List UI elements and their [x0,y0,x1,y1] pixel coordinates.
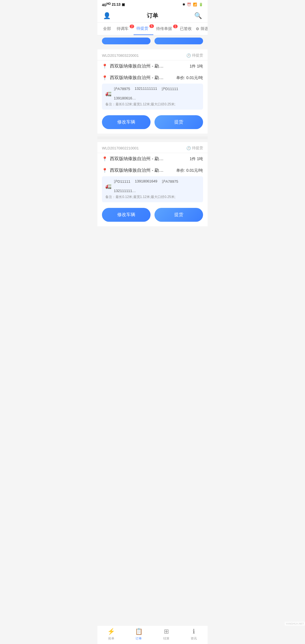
orders-icon: 📋 [135,628,143,635]
wifi-icon: 📶 [193,3,197,6]
nav-item-grab[interactable]: ⚡ 抢单 [97,628,125,641]
nav-label-settlement: 结算 [163,636,169,641]
nav-item-settlement[interactable]: ⊞ 结算 [152,628,180,641]
order-to-1: 📍 西双版纳傣族自治州 - 勐… 单价: 0.01元/吨 [97,72,208,84]
card-buttons-2: 修改车辆 提货 [97,204,208,226]
order-from-1: 📍 西双版纳傣族自治州 - 勐… 1件 1吨 [97,60,208,72]
to-location-icon-1: 📍 [102,75,108,80]
from-location-text-1: 西双版纳傣族自治州 - 勐… [110,63,164,69]
order-quantity-2: 1件 1吨 [190,156,203,162]
divider-1 [97,136,208,139]
nav-label-orders: 订单 [136,636,142,641]
alarm-icon: ⏰ [187,3,191,6]
vehicle-info-2: 🚛 沪D11111 13918061649 沪A78975 132111111…… [102,176,203,202]
info-icon: ℹ [193,628,195,635]
top-btn-left[interactable] [102,38,151,44]
pickup-btn-1[interactable]: 提货 [154,115,203,129]
order-status-2: 🕐 待提货 [186,145,203,151]
bluetooth-icon: ✱ [182,3,185,6]
sim-icon: ▣ [122,3,125,6]
profile-icon[interactable]: 👤 [103,12,111,19]
tab-pending-dispatch[interactable]: 待调车 2 [114,23,134,35]
top-action-buttons [97,35,208,47]
status-bar: 4GHO 21:13 ▣ ✱ ⏰ 📶 🔋 [97,0,208,9]
from-location-icon-2: 📍 [102,156,108,162]
vehicle-numbers-1: 沪A78975 13211111111 沪D11111 139180616… [114,86,200,100]
tab-all[interactable]: 全部 [100,23,114,35]
nav-label-info: 资讯 [191,636,197,641]
battery-icon: 🔋 [199,3,203,6]
clock-icon-2: 🕐 [186,146,191,150]
network-indicator: 4GHO [102,2,111,7]
header: 👤 订单 🔍 [97,9,208,23]
tab-signed[interactable]: 已签收 [177,23,195,35]
order-price-2: 单价: 0.01元/吨 [176,168,203,173]
truck-icon-2: 🚛 [105,183,112,189]
tab-pending-pickup[interactable]: 待提货 5 [134,23,153,35]
edit-vehicle-btn-1[interactable]: 修改车辆 [102,115,151,129]
from-location-text-2: 西双版纳傣族自治州 - 勐… [110,156,164,162]
order-header-1: WLD20170803220001 🕐 待提货 [97,49,208,60]
to-location-text-2: 西双版纳傣族自治州 - 勐… [110,167,164,173]
from-location-icon-1: 📍 [102,64,108,69]
truck-icon-1: 🚛 [105,90,112,97]
order-price-1: 单价: 0.01元/吨 [176,75,203,80]
to-location-text-1: 西双版纳傣族自治州 - 勐… [110,75,164,81]
vehicle1-plate-1: 沪A78975 [114,86,130,92]
time: 21:13 [112,3,121,6]
vehicle2-plate-1: 沪D11111 [162,86,178,92]
vehicle2-plate-2: 沪A78975 [162,179,178,184]
status-left: 4GHO 21:13 ▣ [102,2,125,7]
order-quantity-1: 1件 1吨 [190,64,203,69]
vehicle-note-1: 备注：最长0.12米;最宽1.12米;最大口径0.25米; [105,102,200,107]
vehicle-row-1: 🚛 沪A78975 13211111111 沪D11111 139180616… [105,86,200,100]
filter-icon: ⚙ [196,27,199,31]
to-location-icon-2: 📍 [102,168,108,173]
card-buttons-1: 修改车辆 提货 [97,112,208,134]
vehicle-row-2: 🚛 沪D11111 13918061649 沪A78975 132111111… [105,179,200,193]
order-header-2: WLD20170802210001 🕐 待提货 [97,142,208,153]
order-card-1: WLD20170803220001 🕐 待提货 📍 西双版纳傣族自治州 - 勐…… [97,49,208,134]
settlement-icon: ⊞ [164,628,169,635]
order-id-1: WLD20170803220001 [102,53,139,58]
page-title: 订单 [147,12,158,19]
bottom-navigation: ⚡ 抢单 📋 订单 ⊞ 结算 ℹ 资讯 [97,625,208,644]
content-area: WLD20170803220001 🕐 待提货 📍 西双版纳傣族自治州 - 勐…… [97,35,208,249]
vehicle-numbers-2: 沪D11111 13918061649 沪A78975 132111111… [114,179,200,193]
vehicle2-phone-2: 132111111… [114,189,136,193]
nav-label-grab: 抢单 [108,636,114,641]
nav-item-info[interactable]: ℹ 资讯 [180,628,208,641]
tab-pending-docs[interactable]: 待传单据 1 [153,23,177,35]
filter-button[interactable]: ⚙ 筛选 [195,23,208,35]
vehicle1-plate-2: 沪D11111 [114,179,130,184]
pickup-btn-2[interactable]: 提货 [154,208,203,222]
vehicle-info-1: 🚛 沪A78975 13211111111 沪D11111 139180616…… [102,84,203,110]
order-card-2: WLD20170802210001 🕐 待提货 📍 西双版纳傣族自治州 - 勐…… [97,142,208,226]
vehicle1-phone-1: 13211111111 [135,86,157,92]
order-to-2: 📍 西双版纳傣族自治州 - 勐… 单价: 0.01元/吨 [97,165,208,176]
top-btn-right[interactable] [154,38,203,44]
clock-icon-1: 🕐 [186,53,191,58]
status-right: ✱ ⏰ 📶 🔋 [182,3,203,6]
tab-bar: 全部 待调车 2 待提货 5 待传单据 1 已签收 ⚙ 筛选 [97,23,208,35]
vehicle1-phone-2: 13918061649 [135,179,158,184]
nav-item-orders[interactable]: 📋 订单 [125,628,153,641]
search-icon[interactable]: 🔍 [194,12,202,19]
vehicle2-phone-1: 139180616… [114,96,136,100]
grab-icon: ⚡ [107,628,115,635]
edit-vehicle-btn-2[interactable]: 修改车辆 [102,208,151,222]
order-status-1: 🕐 待提货 [186,53,203,58]
order-from-2: 📍 西双版纳傣族自治州 - 勐… 1件 1吨 [97,153,208,165]
vehicle-note-2: 备注：最长0.12米;最宽1.12米;最大口径0.25米; [105,195,200,199]
order-id-2: WLD20170802210001 [102,146,139,150]
